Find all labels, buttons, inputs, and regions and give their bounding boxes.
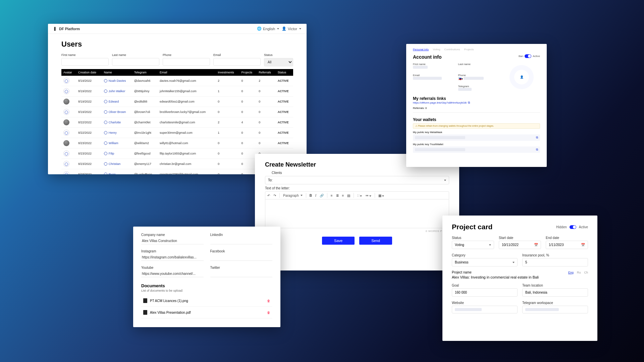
- to-field[interactable]: To:: [265, 176, 449, 184]
- user-link[interactable]: Ryan: [104, 173, 130, 174]
- person-icon: [104, 141, 107, 145]
- wallets-heading: Your wallets: [413, 117, 540, 122]
- linkedin-input[interactable]: [210, 238, 273, 244]
- person-icon: [104, 152, 107, 155]
- table-row[interactable]: 8/19/2022 John Walker @989johnyjohnWalke…: [61, 86, 293, 97]
- telegram-workspace-input[interactable]: [522, 306, 588, 313]
- active-toggle[interactable]: Ban Active: [519, 54, 540, 58]
- website-input[interactable]: [452, 306, 518, 313]
- start-date-input[interactable]: 10/11/2022📅: [499, 241, 541, 249]
- topbar: ❚ DF Platform 🌐 English 👤 Victor: [48, 24, 307, 34]
- end-date-input[interactable]: 1/11/2023📅: [546, 241, 588, 249]
- user-link[interactable]: John Walker: [104, 89, 130, 93]
- person-icon: [104, 110, 107, 114]
- tab-contributions[interactable]: Contributions: [444, 48, 460, 51]
- filter-email[interactable]: [213, 58, 261, 66]
- user-link[interactable]: Henry: [104, 131, 130, 134]
- team-location-input[interactable]: Bali, Indonesia: [522, 288, 588, 297]
- company-name-input[interactable]: [141, 238, 204, 244]
- undo-icon[interactable]: ↶: [267, 194, 270, 197]
- table-icon[interactable]: ▦: [378, 194, 384, 197]
- brand: DF Platform: [59, 27, 80, 31]
- align-left-icon[interactable]: ≡: [331, 194, 333, 197]
- wallet-metamask: ⧉: [413, 134, 540, 141]
- tab-personal[interactable]: Personal Info: [413, 48, 429, 51]
- status-badge: ACTIVE: [276, 138, 293, 148]
- redo-icon[interactable]: ↷: [273, 194, 276, 197]
- user-link[interactable]: William: [104, 141, 130, 145]
- status-select[interactable]: Voting: [452, 241, 494, 249]
- chevron-down-icon: [489, 244, 491, 246]
- table-row[interactable]: 8/19/2022 Oliver Brown @brown7olibro0liv…: [61, 107, 293, 117]
- filter-phone[interactable]: [163, 58, 210, 66]
- category-select[interactable]: Business: [452, 258, 518, 266]
- table-row[interactable]: 8/23/2022 William @wili0am2willy81@hotma…: [61, 138, 293, 148]
- align-right-icon[interactable]: ≡: [342, 194, 344, 197]
- lang-en[interactable]: Eng: [568, 271, 574, 274]
- user-link[interactable]: Oliver Brown: [104, 110, 130, 114]
- filter-last[interactable]: [112, 58, 159, 66]
- insurance-input[interactable]: 5: [522, 258, 588, 266]
- project-title: Project card: [452, 223, 492, 231]
- word-count: 0 WORDS POWE: [265, 230, 449, 233]
- filter-first[interactable]: [61, 58, 109, 66]
- italic-icon[interactable]: I: [315, 194, 316, 197]
- align-justify-icon[interactable]: ▤: [347, 194, 350, 197]
- lang-ch[interactable]: Ch: [584, 271, 588, 274]
- bold-icon[interactable]: B: [310, 194, 312, 197]
- delete-icon[interactable]: 🗑: [267, 299, 270, 303]
- newsletter-panel: Create Newsletter Clients To: Text of th…: [255, 154, 459, 270]
- table-row[interactable]: 8/19/2022 Edward @ed8d88edward05ss1@gmai…: [61, 97, 293, 107]
- instagram-input[interactable]: [141, 254, 204, 261]
- send-button[interactable]: Send: [359, 237, 392, 245]
- lang-ru[interactable]: Ru: [577, 271, 581, 274]
- delete-icon[interactable]: 🗑: [267, 311, 270, 314]
- visibility-toggle[interactable]: Hidden Active: [556, 225, 588, 229]
- globe-icon: 🌐: [257, 26, 262, 31]
- users-panel: ❚ DF Platform 🌐 English 👤 Victor Users F…: [48, 24, 307, 174]
- avatar: [63, 171, 69, 174]
- ol-icon[interactable]: ≔: [365, 194, 371, 197]
- status-badge: ACTIVE: [276, 97, 293, 107]
- goal-input[interactable]: 160 000: [452, 288, 518, 297]
- file-icon: [143, 310, 147, 315]
- youtube-input[interactable]: [141, 270, 204, 277]
- filter-status[interactable]: All: [264, 58, 293, 66]
- align-center-icon[interactable]: ≣: [336, 194, 339, 197]
- facebook-input[interactable]: [210, 254, 273, 261]
- language-menu[interactable]: 🌐 English: [257, 26, 279, 31]
- user-link[interactable]: Edward: [104, 100, 130, 103]
- project-panel: Project card Hidden Active StatusVoting …: [442, 216, 597, 341]
- account-tabs: Personal Info Voting Contributions Proje…: [413, 48, 540, 51]
- user-link[interactable]: Christian: [104, 162, 130, 166]
- person-icon: 👤: [282, 26, 286, 31]
- copy-icon[interactable]: ⧉: [468, 101, 470, 104]
- avatar-placeholder[interactable]: 👤: [514, 70, 529, 84]
- copy-icon[interactable]: ⧉: [536, 148, 538, 152]
- table-row[interactable]: 8/19/2022 Noah Davies @davnoah6davies.no…: [61, 76, 293, 86]
- referral-link[interactable]: https://dftform.page.link/Gkp7sBfHmNurjA…: [413, 101, 467, 104]
- user-link[interactable]: Charlotte: [104, 121, 130, 124]
- person-icon: [104, 131, 107, 134]
- editor-canvas[interactable]: [265, 199, 449, 228]
- wallet-warning: ⚠ Please refrain from changing wallets t…: [413, 123, 540, 129]
- wallet-trustwallet: ⧉: [413, 146, 540, 153]
- copy-icon[interactable]: ⧉: [536, 136, 538, 139]
- user-link[interactable]: Noah Davies: [104, 79, 130, 82]
- user-link[interactable]: Filip: [104, 152, 130, 155]
- twitter-input[interactable]: [210, 270, 273, 277]
- user-menu[interactable]: 👤 Victor: [282, 26, 301, 31]
- table-row[interactable]: 8/22/2022 Henry @inv1br1ghtsuper30mm@gma…: [61, 128, 293, 138]
- avatar: [63, 88, 69, 94]
- ul-icon[interactable]: ∷: [357, 194, 362, 197]
- tab-voting[interactable]: Voting: [433, 48, 440, 51]
- paragraph-select[interactable]: Paragraph: [283, 194, 303, 197]
- link-icon[interactable]: 🔗: [320, 194, 324, 197]
- project-name-input[interactable]: Alex Villas: Investing in commercial rea…: [452, 275, 588, 279]
- company-docs-panel: Company name LinkedIn Instagram Facebook…: [133, 227, 280, 327]
- save-button[interactable]: Save: [322, 237, 355, 245]
- table-row[interactable]: 8/22/2022 Charlotte @charm0letcharlottes…: [61, 117, 293, 128]
- tab-projects[interactable]: Projects: [464, 48, 474, 51]
- status-badge: ACTIVE: [276, 86, 293, 97]
- editor-toolbar: ↶ ↷ Paragraph B I 🔗 ≡ ≣ ≡ ▤ ∷ ≔ ▦: [265, 191, 449, 199]
